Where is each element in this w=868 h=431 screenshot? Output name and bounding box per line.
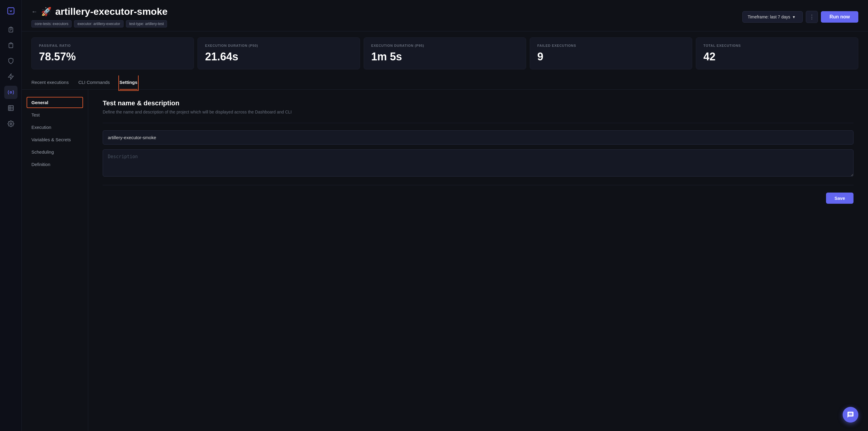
- test-description-input[interactable]: [103, 150, 854, 176]
- tab-settings[interactable]: Settings: [120, 75, 137, 90]
- tag-test-type: test-type: artillery-test: [126, 20, 167, 28]
- settings-nav-definition[interactable]: Definition: [27, 159, 83, 170]
- tag-core-tests: core-tests: executors: [31, 20, 71, 28]
- more-options-button[interactable]: ⋮: [806, 11, 818, 23]
- tag-executor: executor: artillery-executor: [74, 20, 123, 28]
- sidebar-item-gear-circle[interactable]: [4, 86, 18, 99]
- header-right: Timeframe: last 7 days ▾ ⋮ Run now: [742, 11, 858, 23]
- save-btn-row: Save: [103, 193, 854, 204]
- stat-card-failed: FAILED EXECUTIONS 9: [530, 37, 692, 69]
- tabs-bar: Recent executions CLI Commands Settings: [22, 75, 868, 90]
- stat-card-pass-fail: PASS/FAIL RATIO 78.57%: [31, 37, 194, 69]
- settings-nav-test[interactable]: Test: [27, 109, 83, 121]
- page-title: artillery-executor-smoke: [55, 6, 167, 17]
- svg-marker-3: [8, 74, 13, 79]
- stat-label-p95: EXECUTION DURATION (P95): [371, 44, 519, 47]
- stat-label-failed: FAILED EXECUTIONS: [537, 44, 685, 47]
- header-left: ← 🚀 artillery-executor-smoke core-tests:…: [31, 6, 167, 28]
- settings-nav-variables[interactable]: Variables & Secrets: [27, 134, 83, 145]
- sidebar-item-stack[interactable]: [4, 39, 18, 52]
- sidebar-item-shield[interactable]: [4, 54, 18, 68]
- settings-nav-scheduling[interactable]: Scheduling: [27, 146, 83, 158]
- stat-card-p50: EXECUTION DURATION (P50) 21.64s: [197, 37, 360, 69]
- settings-divider-bottom: [103, 185, 854, 185]
- settings-section-title: Test name & description: [103, 99, 854, 107]
- test-name-input[interactable]: [103, 130, 854, 144]
- stat-label-total: TOTAL EXECUTIONS: [704, 44, 851, 47]
- tab-recent-executions[interactable]: Recent executions: [31, 75, 68, 90]
- stat-label-p50: EXECUTION DURATION (P50): [205, 44, 352, 47]
- stat-value-p95: 1m 5s: [371, 51, 519, 63]
- stat-value-total: 42: [704, 51, 851, 63]
- svg-point-6: [10, 123, 12, 125]
- svg-rect-1: [10, 27, 12, 28]
- run-now-button[interactable]: Run now: [821, 11, 858, 23]
- chevron-down-icon: ▾: [793, 14, 795, 19]
- chat-bubble-button[interactable]: [843, 407, 858, 423]
- settings-nav-general[interactable]: General: [27, 97, 83, 108]
- svg-rect-0: [7, 8, 14, 14]
- sidebar-logo: [5, 5, 17, 17]
- stat-value-failed: 9: [537, 51, 685, 63]
- settings-content: Test name & description Define the name …: [88, 90, 868, 431]
- timeframe-select[interactable]: Timeframe: last 7 days ▾: [742, 11, 803, 23]
- save-button[interactable]: Save: [826, 193, 854, 204]
- svg-point-4: [10, 92, 12, 93]
- settings-nav: General Test Execution Variables & Secre…: [22, 90, 88, 431]
- settings-section-desc: Define the name and description of the p…: [103, 109, 854, 114]
- header: ← 🚀 artillery-executor-smoke core-tests:…: [22, 0, 868, 31]
- sidebar-item-table[interactable]: [4, 101, 18, 115]
- stat-value-p50: 21.64s: [205, 51, 352, 63]
- back-button[interactable]: ←: [31, 8, 37, 15]
- settings-layout: General Test Execution Variables & Secre…: [22, 90, 868, 431]
- stat-value-pass-fail: 78.57%: [39, 51, 186, 63]
- settings-divider: [103, 123, 854, 123]
- stat-card-p95: EXECUTION DURATION (P95) 1m 5s: [364, 37, 526, 69]
- header-title-row: ← 🚀 artillery-executor-smoke: [31, 6, 167, 17]
- sidebar: [0, 0, 22, 431]
- svg-rect-2: [10, 43, 12, 44]
- body-area: Recent executions CLI Commands Settings …: [22, 75, 868, 431]
- svg-rect-5: [8, 106, 13, 111]
- stat-label-pass-fail: PASS/FAIL RATIO: [39, 44, 186, 47]
- settings-nav-execution[interactable]: Execution: [27, 122, 83, 133]
- stat-card-total: TOTAL EXECUTIONS 42: [696, 37, 858, 69]
- sidebar-item-clipboard[interactable]: [4, 23, 18, 36]
- sidebar-item-settings[interactable]: [4, 117, 18, 130]
- sidebar-item-lightning[interactable]: [4, 70, 18, 83]
- tabs-and-content: Recent executions CLI Commands Settings …: [22, 75, 868, 431]
- timeframe-label: Timeframe: last 7 days: [747, 14, 790, 19]
- main-content: ← 🚀 artillery-executor-smoke core-tests:…: [22, 0, 868, 431]
- tab-cli-commands[interactable]: CLI Commands: [78, 75, 110, 90]
- rocket-icon: 🚀: [41, 7, 52, 16]
- header-tags: core-tests: executors executor: artiller…: [31, 20, 167, 28]
- stats-row: PASS/FAIL RATIO 78.57% EXECUTION DURATIO…: [22, 31, 868, 75]
